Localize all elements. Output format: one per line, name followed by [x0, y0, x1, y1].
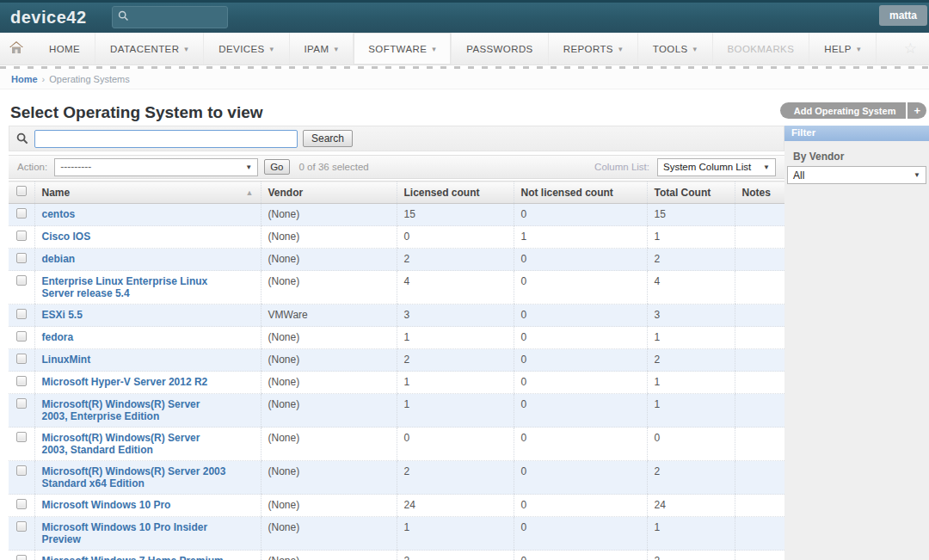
user-menu-button[interactable]: matta	[879, 5, 927, 26]
os-name-link[interactable]: centos	[42, 208, 76, 220]
chevron-down-icon: ▾	[334, 45, 338, 53]
cell-licensed-count: 1	[397, 372, 514, 394]
cell-total-count: 1	[647, 394, 735, 428]
nav-item-ipam[interactable]: IPAM▾	[290, 33, 354, 65]
column-header-name[interactable]: Name ▲	[34, 182, 261, 204]
cell-total-count: 2	[647, 551, 735, 560]
table-row: LinuxMint(None)202	[9, 349, 784, 372]
nav-item-label: REPORTS	[563, 44, 613, 54]
chevron-down-icon: ▾	[693, 45, 698, 53]
cell-licensed-count: 1	[397, 327, 514, 349]
vendor-filter-select[interactable]: All ▼	[787, 166, 926, 184]
row-checkbox[interactable]	[16, 275, 27, 286]
cell-notes	[735, 204, 784, 226]
go-button[interactable]: Go	[264, 159, 289, 175]
cell-not-licensed-count: 0	[514, 517, 647, 551]
cell-total-count: 1	[647, 226, 735, 249]
global-search-input[interactable]	[129, 11, 222, 23]
os-name-link[interactable]: Microsoft Hyper-V Server 2012 R2	[42, 376, 208, 388]
row-checkbox[interactable]	[16, 465, 27, 476]
row-checkbox[interactable]	[16, 309, 27, 319]
chevron-down-icon: ▾	[857, 45, 861, 53]
cell-not-licensed-count: 0	[514, 495, 647, 517]
cell-licensed-count: 24	[397, 495, 514, 517]
os-name-link[interactable]: Microsoft(R) Windows(R) Server 2003, Sta…	[42, 432, 200, 456]
nav-item-help[interactable]: HELP▾	[809, 33, 877, 65]
os-name-link[interactable]: ESXi 5.5	[42, 309, 83, 321]
by-vendor-label: By Vendor	[793, 151, 929, 163]
nav-item-tools[interactable]: TOOLS▾	[638, 33, 713, 65]
column-header-notes[interactable]: Notes	[735, 182, 784, 204]
row-checkbox[interactable]	[16, 432, 27, 442]
table-search-input[interactable]	[34, 130, 298, 148]
row-checkbox[interactable]	[16, 354, 27, 364]
nav-item-devices[interactable]: DEVICES▾	[204, 33, 289, 65]
cell-vendor: (None)	[261, 327, 397, 349]
action-select-value: ---------	[60, 161, 91, 173]
chevron-down-icon: ▼	[763, 163, 770, 171]
os-name-link[interactable]: Enterprise Linux Enterprise Linux Server…	[42, 275, 208, 299]
add-operating-system-button[interactable]: Add Operating System +	[780, 102, 926, 119]
cell-not-licensed-count: 0	[514, 327, 647, 349]
cell-total-count: 2	[647, 461, 735, 495]
row-checkbox[interactable]	[16, 521, 27, 532]
os-name-link[interactable]: fedora	[42, 331, 74, 343]
os-name-link[interactable]: Microsoft(R) Windows(R) Server 2003, Ent…	[42, 398, 200, 422]
table-search-panel: Search	[9, 126, 784, 151]
cell-vendor: (None)	[261, 271, 397, 305]
nav-item-reports[interactable]: REPORTS▾	[549, 33, 638, 65]
os-name-link[interactable]: Microsoft Windows 7 Home Premium	[42, 555, 224, 560]
page-content: Select Operating System to view Add Oper…	[0, 89, 929, 560]
select-all-checkbox[interactable]	[16, 186, 27, 196]
cell-total-count: 4	[647, 271, 735, 305]
action-select[interactable]: --------- ▼	[54, 158, 258, 176]
bookmark-star-icon[interactable]: ☆	[892, 33, 929, 65]
cell-total-count: 0	[647, 428, 735, 461]
chevron-down-icon: ▾	[270, 45, 274, 53]
os-name-link[interactable]: Microsoft Windows 10 Pro	[42, 499, 171, 511]
row-checkbox[interactable]	[16, 253, 27, 263]
row-checkbox[interactable]	[16, 499, 27, 509]
selected-count-text: 0 of 36 selected	[299, 162, 369, 172]
page-title: Select Operating System to view	[10, 103, 263, 122]
os-name-link[interactable]: debian	[42, 253, 76, 265]
cell-licensed-count: 2	[397, 551, 514, 560]
os-name-link[interactable]: Microsoft(R) Windows(R) Server 2003 Stan…	[42, 465, 226, 489]
chevron-down-icon: ▼	[245, 163, 252, 171]
nav-item-passwords[interactable]: PASSWORDS	[452, 33, 549, 65]
row-checkbox[interactable]	[16, 376, 27, 386]
cell-vendor: (None)	[261, 226, 397, 249]
os-name-link[interactable]: Cisco IOS	[42, 231, 91, 243]
os-name-link[interactable]: LinuxMint	[42, 354, 91, 366]
os-name-link[interactable]: Microsoft Windows 10 Pro Insider Preview	[42, 521, 208, 545]
row-checkbox[interactable]	[16, 208, 27, 218]
nav-item-software[interactable]: SOFTWARE▾	[354, 33, 452, 65]
breadcrumb-home-link[interactable]: Home	[11, 74, 38, 84]
nav-item-datacenter[interactable]: DATACENTER▾	[95, 33, 204, 65]
search-button[interactable]: Search	[303, 130, 353, 147]
table-row: Microsoft(R) Windows(R) Server 2003, Ent…	[9, 394, 784, 428]
row-checkbox[interactable]	[16, 398, 27, 409]
nav-home-icon-button[interactable]	[0, 33, 34, 65]
column-header-licensed[interactable]: Licensed count	[397, 182, 514, 204]
column-header-not-licensed[interactable]: Not licensed count	[514, 182, 647, 204]
cell-not-licensed-count: 0	[514, 305, 647, 327]
cell-vendor: (None)	[261, 249, 397, 271]
global-search-box[interactable]	[112, 6, 228, 28]
column-list-select[interactable]: System Column List ▼	[657, 158, 776, 176]
row-checkbox[interactable]	[16, 555, 27, 560]
column-header-vendor[interactable]: Vendor	[261, 182, 397, 204]
cell-total-count: 24	[647, 495, 735, 517]
cell-notes	[735, 226, 784, 249]
cell-vendor: (None)	[261, 551, 397, 560]
nav-item-label: TOOLS	[653, 44, 688, 54]
column-header-total[interactable]: Total Count	[647, 182, 735, 204]
cell-vendor: (None)	[261, 204, 397, 226]
nav-item-bookmarks: BOOKMARKS	[713, 33, 810, 65]
nav-item-home[interactable]: HOME	[34, 33, 95, 65]
row-checkbox[interactable]	[16, 331, 27, 342]
cell-not-licensed-count: 0	[514, 271, 647, 305]
cell-notes	[735, 551, 784, 560]
nav-item-label: SOFTWARE	[368, 44, 427, 54]
row-checkbox[interactable]	[16, 231, 27, 241]
